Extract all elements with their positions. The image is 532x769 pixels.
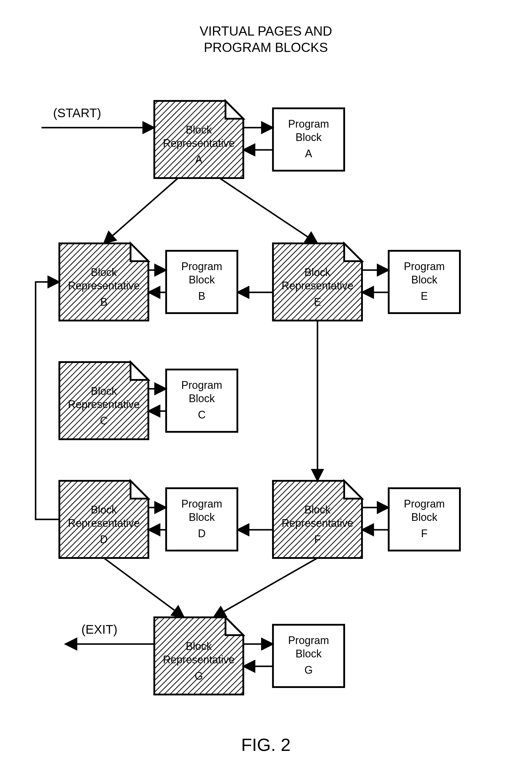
title-line-1: VIRTUAL PAGES AND [200,24,332,38]
prog-e-l1: Program [404,260,445,272]
prog-e-l2: Block [411,274,438,286]
node-f: Block Representative F Program Block F [273,481,460,558]
prog-a-l2: Block [296,131,322,143]
prog-e-l3: E [421,290,428,302]
start-label: (START) [53,106,101,120]
edge-f-to-g [214,558,317,617]
prog-d-l3: D [198,527,206,540]
prog-a-l3: A [305,148,312,160]
rep-a-l3: A [195,153,202,166]
rep-a-l2: Representative [163,137,235,149]
prog-a-l1: Program [288,118,329,130]
prog-c-l2: Block [189,392,215,405]
rep-d-l3: D [100,533,108,546]
rep-f-l3: F [314,533,321,546]
title-line-2: PROGRAM BLOCKS [204,40,328,55]
prog-d-l1: Program [181,498,222,510]
prog-b-l2: Block [189,274,215,286]
rep-g-l2: Representative [163,654,235,666]
figure-caption: FIG. 2 [241,735,291,755]
rep-b-l2: Representative [68,280,140,292]
prog-f-l1: Program [404,498,445,510]
rep-a-l1: Block [186,124,212,136]
rep-g-l3: G [195,670,203,682]
node-d: Block Representative D Program Block D [59,481,237,558]
prog-f-l2: Block [411,511,438,523]
diagram-canvas: VIRTUAL PAGES AND PROGRAM BLOCKS FIG. 2 … [0,0,532,769]
rep-e-l2: Representative [282,280,353,292]
prog-g-l3: G [304,664,313,676]
edge-d-to-g [104,558,184,617]
rep-d-l2: Representative [68,517,140,529]
rep-c-l2: Representative [68,398,140,410]
prog-g-l2: Block [296,648,322,660]
rep-b-l1: Block [91,266,117,278]
prog-b-l3: B [198,290,205,302]
node-g: Block Representative G Program Block G [154,617,344,695]
rep-e-l1: Block [304,266,331,278]
exit-label: (EXIT) [81,622,117,636]
rep-e-l3: E [314,296,321,308]
prog-g-l1: Program [288,634,329,646]
rep-f-l1: Block [304,504,331,516]
edge-d-loop-to-b [36,282,59,519]
rep-g-l1: Block [186,640,212,652]
node-e: Block Representative E Program Block E [273,243,460,321]
rep-c-l1: Block [91,385,117,397]
rep-f-l2: Representative [282,517,353,529]
edge-a-to-b [104,178,178,243]
prog-f-l3: F [421,527,428,540]
rep-b-l3: B [100,296,107,308]
node-b: Block Representative B Program Block B [59,243,237,321]
rep-d-l1: Block [91,504,117,516]
node-a: Block Representative A Program Block A [154,101,344,178]
prog-d-l2: Block [189,511,215,523]
edge-a-to-e [220,178,317,243]
rep-c-l3: C [100,415,108,427]
node-c: Block Representative C Program Block C [59,362,237,439]
prog-c-l1: Program [181,379,222,391]
prog-b-l1: Program [181,260,222,272]
prog-c-l3: C [198,409,206,421]
